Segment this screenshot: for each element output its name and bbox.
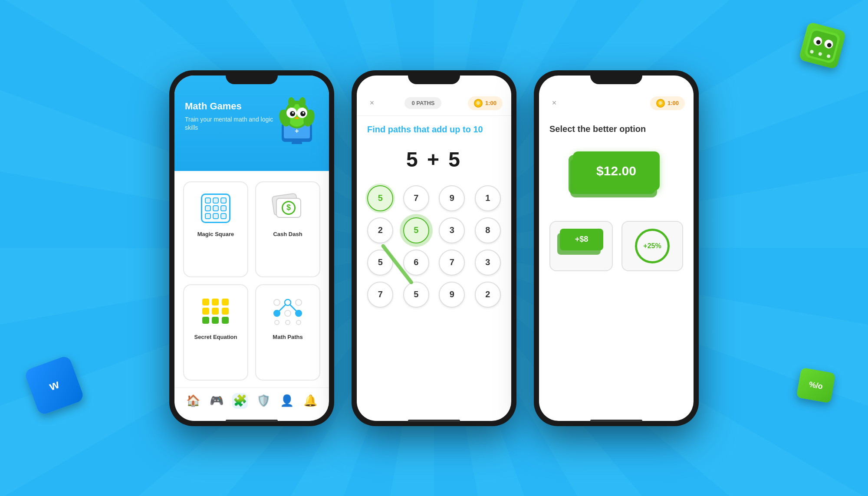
phone3-close-button[interactable]: ×: [548, 97, 561, 110]
num-cell-1-3[interactable]: 8: [475, 217, 501, 243]
num-cell-0-1[interactable]: 7: [403, 185, 429, 211]
cash-dash-icon-area: $: [270, 191, 305, 226]
bottom-nav: 🏠 🎮 🧩 🛡️ 👤 🔔: [174, 388, 329, 421]
svg-point-28: [296, 299, 302, 305]
ms-cell: [205, 197, 211, 204]
phone1-subtitle: Train your mental math and logic skills: [185, 115, 275, 132]
num-cell-3-1[interactable]: 5: [403, 282, 429, 308]
math-paths-label: Math Paths: [273, 334, 302, 340]
nav-shield[interactable]: 🛡️: [256, 393, 271, 409]
option1-label: +$8: [575, 235, 589, 244]
magic-square-grid: [201, 194, 230, 223]
phone-2-inner: × 0 PATHS ⦿ 1:00 Find paths that add up …: [357, 76, 511, 421]
num-cell-3-3[interactable]: 2: [475, 282, 501, 308]
num-cell-3-0[interactable]: 7: [367, 282, 393, 308]
seq-dot-yellow: [222, 299, 229, 305]
games-grid: Magic Square $ Cash Das: [174, 171, 329, 388]
svg-point-20: [300, 111, 306, 116]
nav-games[interactable]: 🎮: [209, 393, 224, 409]
main-money-container: $12.00: [569, 151, 664, 204]
opt-money-bill: +$8: [560, 229, 603, 250]
num-cell-2-2[interactable]: 7: [439, 250, 465, 276]
num-cell-2-3[interactable]: 3: [475, 250, 501, 276]
game-card-secret-equation[interactable]: Secret Equation: [183, 284, 248, 381]
cash-dash-label: Cash Dash: [273, 231, 302, 237]
svg-point-32: [275, 320, 279, 325]
ms-cell: [213, 205, 219, 211]
svg-rect-11: [292, 142, 302, 144]
num-cell-0-0[interactable]: 5: [367, 185, 393, 211]
nav-bell[interactable]: 🔔: [302, 393, 318, 409]
ms-cell: [213, 213, 219, 219]
main-money-bill: $12.00: [573, 151, 660, 191]
phone2-close-button[interactable]: ×: [365, 97, 378, 110]
owl-mascot: +: [275, 96, 319, 140]
find-paths-title: Find paths that add up to 10: [357, 116, 511, 139]
num-cell-3-2[interactable]: 9: [439, 282, 465, 308]
timer-badge: ⦿ 1:00: [468, 96, 503, 110]
magic-square-icon-area: [198, 191, 233, 226]
game-card-magic-square[interactable]: Magic Square: [183, 181, 248, 278]
phone-3: × ⦿ 1:00 Select the better option $12.00: [534, 70, 699, 426]
ms-cell: [220, 213, 227, 219]
option-card-money[interactable]: +$8: [549, 221, 613, 271]
phone3-instruction: Select the better option: [539, 115, 694, 138]
num-cell-0-3[interactable]: 1: [475, 185, 501, 211]
num-cell-1-1[interactable]: 5: [403, 217, 429, 243]
instruction-text: Find paths that add up to: [367, 125, 473, 134]
secret-equation-icon-area: [198, 294, 233, 328]
svg-point-21: [292, 112, 294, 114]
svg-point-26: [274, 299, 280, 305]
phone3-timer-badge: ⦿ 1:00: [650, 96, 685, 110]
seq-dot-yellow: [212, 308, 219, 315]
math-paths-icon: [272, 297, 304, 325]
nav-profile[interactable]: 👤: [279, 393, 295, 409]
target-number: 10: [473, 125, 483, 134]
seq-dot-green: [222, 317, 229, 324]
svg-point-22: [302, 112, 304, 114]
phone-2-notch: [408, 70, 460, 84]
phone3-coin-icon: ⦿: [656, 99, 665, 108]
phone-3-home-bar: [590, 420, 642, 422]
magic-square-label: Magic Square: [197, 231, 234, 237]
svg-point-38: [285, 299, 291, 305]
phone1-header: Math Games Train your mental math and lo…: [174, 76, 329, 171]
num-cell-2-0[interactable]: 5: [367, 250, 393, 276]
svg-point-30: [285, 310, 291, 316]
seq-dot-yellow: [202, 299, 209, 305]
nav-puzzle[interactable]: 🧩: [232, 393, 248, 409]
ms-cell: [213, 197, 219, 204]
phone3-timer-value: 1:00: [667, 100, 679, 106]
option-card-percent[interactable]: +25%: [621, 221, 683, 271]
num-cell-0-2[interactable]: 9: [439, 185, 465, 211]
cash-dash-icon: $: [273, 194, 303, 222]
secret-equation-label: Secret Equation: [194, 334, 237, 340]
owl-svg: +: [275, 96, 319, 144]
phone-3-notch: [590, 70, 642, 84]
num-cell-1-0[interactable]: 2: [367, 217, 393, 243]
seq-dot-yellow: [202, 308, 209, 315]
num-cell-1-2[interactable]: 3: [439, 217, 465, 243]
game-card-math-paths[interactable]: Math Paths: [255, 284, 320, 381]
svg-point-34: [296, 320, 301, 325]
paths-badge: 0 PATHS: [404, 97, 441, 109]
ms-cell: [220, 197, 227, 204]
game-card-cash-dash[interactable]: $ Cash Dash: [255, 181, 320, 278]
ms-cell: [205, 213, 211, 219]
svg-point-39: [296, 310, 302, 316]
cash-card-front: $: [276, 198, 301, 218]
nav-home[interactable]: 🏠: [185, 393, 201, 409]
dice-percent-right: %/o: [796, 368, 836, 404]
seq-dot-green: [202, 317, 209, 324]
options-row: +$8 +25%: [539, 208, 694, 278]
dice-green-face: [804, 27, 841, 64]
equation-display: 5 + 5: [357, 139, 511, 180]
phone-2: × 0 PATHS ⦿ 1:00 Find paths that add up …: [352, 70, 516, 426]
number-grid: 5 7 9 1 2 5 3 8 5 6 7 3 7 5: [365, 185, 503, 308]
dice-blue-value: w: [47, 377, 61, 394]
seq-dot-green: [212, 317, 219, 324]
coin-icon: ⦿: [474, 99, 483, 108]
num-cell-2-1[interactable]: 6: [403, 250, 429, 276]
phone-1-notch: [226, 70, 278, 84]
seq-dot-yellow: [212, 299, 219, 305]
